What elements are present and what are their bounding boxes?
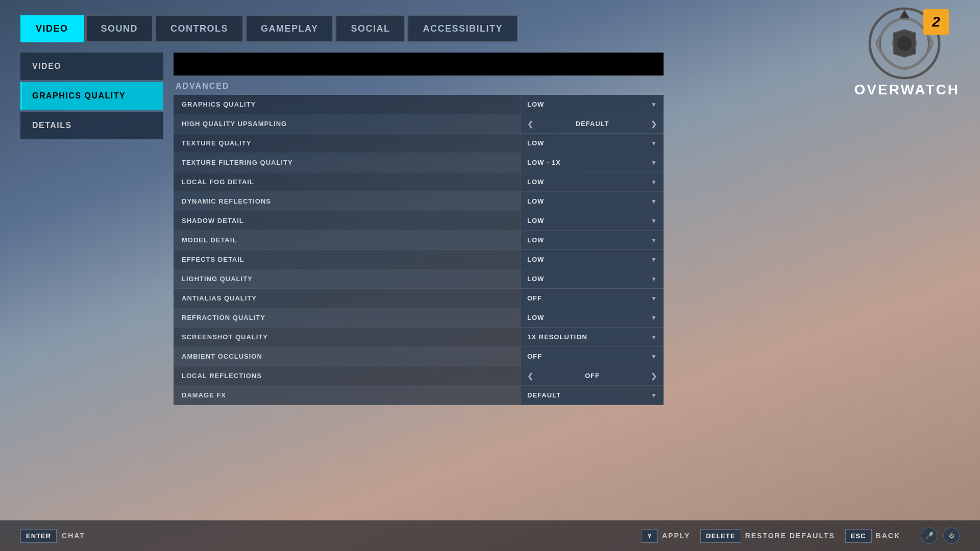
enter-key-badge: ENTER — [20, 529, 57, 543]
table-row: ANTIALIAS QUALITY OFF ▼ — [174, 289, 664, 308]
setting-label-shadow-detail: SHADOW DETAIL — [174, 217, 521, 224]
setting-label-lighting-quality: LIGHTING QUALITY — [174, 275, 521, 283]
settings-icon[interactable]: ⚙ — [943, 528, 960, 544]
apply-action: Y APPLY — [642, 529, 690, 543]
setting-value-lighting-quality[interactable]: LOW ▼ — [521, 269, 664, 288]
arrow-right-icon[interactable]: ❯ — [651, 120, 657, 128]
chevron-down-icon: ▼ — [651, 179, 657, 186]
setting-value-refraction[interactable]: LOW ▼ — [521, 308, 664, 327]
main-panel: ADVANCED GRAPHICS QUALITY LOW ▼ HIGH QUA… — [174, 53, 664, 405]
bottom-bar: ENTER CHAT Y APPLY DELETE RESTORE DEFAUL… — [0, 520, 980, 551]
version-badge: 2 — [923, 9, 949, 35]
chevron-down-icon: ▼ — [651, 392, 657, 399]
tab-social[interactable]: SOCIAL — [335, 15, 405, 42]
apply-key-badge: Y — [642, 529, 658, 543]
arrow-left-icon[interactable]: ❮ — [527, 120, 534, 128]
apply-label[interactable]: APPLY — [662, 532, 690, 540]
setting-value-hq-upsampling[interactable]: ❮ DEFAULT ❯ — [521, 114, 664, 133]
content-area: VIDEO GRAPHICS QUALITY DETAILS ADVANCED … — [0, 53, 980, 405]
sidebar-item-video[interactable]: VIDEO — [20, 53, 163, 80]
setting-value-damage-fx[interactable]: DEFAULT ▼ — [521, 386, 664, 405]
settings-table: GRAPHICS QUALITY LOW ▼ HIGH QUALITY UPSA… — [174, 95, 664, 405]
top-nav: VIDEO SOUND CONTROLS GAMEPLAY SOCIAL ACC… — [0, 0, 980, 42]
setting-label-graphics-quality: GRAPHICS QUALITY — [174, 101, 521, 108]
back-action: ESC BACK — [845, 529, 900, 543]
chevron-down-icon: ▼ — [651, 140, 657, 147]
table-row: SCREENSHOT QUALITY 1X RESOLUTION ▼ — [174, 328, 664, 347]
table-row: REFRACTION QUALITY LOW ▼ — [174, 308, 664, 328]
back-label[interactable]: BACK — [876, 532, 900, 540]
setting-value-local-fog[interactable]: LOW ▼ — [521, 172, 664, 191]
chevron-down-icon: ▼ — [651, 314, 657, 321]
setting-label-hq-upsampling: HIGH QUALITY UPSAMPLING — [174, 120, 521, 128]
setting-value-antialias[interactable]: OFF ▼ — [521, 289, 664, 308]
tab-controls[interactable]: CONTROLS — [155, 15, 243, 42]
setting-label-damage-fx: DAMAGE FX — [174, 391, 521, 399]
logo-area: 2 OVERWATCH — [854, 5, 960, 98]
setting-label-antialias: ANTIALIAS QUALITY — [174, 294, 521, 302]
table-row: LIGHTING QUALITY LOW ▼ — [174, 269, 664, 289]
chevron-down-icon: ▼ — [651, 217, 657, 224]
setting-value-effects-detail[interactable]: LOW ▼ — [521, 250, 664, 269]
setting-label-texture-quality: TEXTURE QUALITY — [174, 139, 521, 147]
sidebar-item-details[interactable]: DETAILS — [20, 112, 163, 139]
table-row: LOCAL REFLECTIONS ❮ OFF ❯ — [174, 366, 664, 386]
chevron-down-icon: ▼ — [651, 101, 657, 108]
table-row: DYNAMIC REFLECTIONS LOW ▼ — [174, 192, 664, 211]
table-row: SHADOW DETAIL LOW ▼ — [174, 211, 664, 231]
setting-label-local-fog: LOCAL FOG DETAIL — [174, 178, 521, 186]
setting-label-ambient-occlusion: AMBIENT OCCLUSION — [174, 353, 521, 360]
setting-value-graphics-quality[interactable]: LOW ▼ — [521, 95, 664, 114]
tab-gameplay[interactable]: GAMEPLAY — [246, 15, 333, 42]
setting-value-screenshot[interactable]: 1X RESOLUTION ▼ — [521, 328, 664, 346]
arrow-right-icon[interactable]: ❯ — [651, 372, 657, 380]
sidebar: VIDEO GRAPHICS QUALITY DETAILS — [20, 53, 163, 405]
table-row: LOCAL FOG DETAIL LOW ▼ — [174, 172, 664, 192]
setting-value-shadow-detail[interactable]: LOW ▼ — [521, 211, 664, 230]
table-row: EFFECTS DETAIL LOW ▼ — [174, 250, 664, 269]
table-row: HIGH QUALITY UPSAMPLING ❮ DEFAULT ❯ — [174, 114, 664, 134]
table-row: TEXTURE FILTERING QUALITY LOW - 1X ▼ — [174, 153, 664, 172]
arrow-left-icon[interactable]: ❮ — [527, 372, 534, 380]
tab-sound[interactable]: SOUND — [86, 15, 154, 42]
setting-value-texture-quality[interactable]: LOW ▼ — [521, 134, 664, 153]
tab-video[interactable]: VIDEO — [20, 15, 84, 42]
table-row: DAMAGE FX DEFAULT ▼ — [174, 386, 664, 405]
setting-value-local-reflections[interactable]: ❮ OFF ❯ — [521, 366, 664, 385]
main-container: 2 OVERWATCH VIDEO SOUND CONTROLS GAMEPLA… — [0, 0, 980, 551]
chevron-down-icon: ▼ — [651, 276, 657, 283]
setting-label-effects-detail: EFFECTS DETAIL — [174, 256, 521, 263]
chevron-down-icon: ▼ — [651, 159, 657, 166]
table-row: AMBIENT OCCLUSION OFF ▼ — [174, 347, 664, 366]
chevron-down-icon: ▼ — [651, 295, 657, 302]
setting-label-local-reflections: LOCAL REFLECTIONS — [174, 372, 521, 380]
table-row: GRAPHICS QUALITY LOW ▼ — [174, 95, 664, 114]
microphone-icon[interactable]: 🎤 — [921, 528, 937, 544]
chevron-down-icon: ▼ — [651, 237, 657, 244]
restore-label[interactable]: RESTORE DEFAULTS — [745, 532, 835, 540]
preview-bar — [174, 53, 664, 76]
setting-value-model-detail[interactable]: LOW ▼ — [521, 231, 664, 249]
setting-value-ambient-occlusion[interactable]: OFF ▼ — [521, 347, 664, 366]
bottom-right: Y APPLY DELETE RESTORE DEFAULTS ESC BACK… — [642, 528, 960, 544]
sidebar-item-graphics-quality[interactable]: GRAPHICS QUALITY — [20, 82, 163, 110]
setting-label-dynamic-reflections: DYNAMIC REFLECTIONS — [174, 197, 521, 205]
chevron-down-icon: ▼ — [651, 256, 657, 263]
table-row: TEXTURE QUALITY LOW ▼ — [174, 134, 664, 153]
bottom-left: ENTER CHAT — [20, 529, 85, 543]
overwatch-logo: 2 — [861, 5, 953, 87]
setting-value-texture-filtering[interactable]: LOW - 1X ▼ — [521, 153, 664, 172]
restore-action: DELETE RESTORE DEFAULTS — [700, 529, 835, 543]
bottom-icons: 🎤 ⚙ — [921, 528, 960, 544]
chevron-down-icon: ▼ — [651, 198, 657, 205]
chevron-down-icon: ▼ — [651, 353, 657, 360]
delete-key-badge: DELETE — [700, 529, 741, 543]
setting-label-refraction: REFRACTION QUALITY — [174, 314, 521, 321]
table-row: MODEL DETAIL LOW ▼ — [174, 231, 664, 250]
chevron-down-icon: ▼ — [651, 334, 657, 341]
chat-label: CHAT — [62, 532, 85, 540]
tab-accessibility[interactable]: ACCESSIBILITY — [407, 15, 518, 42]
setting-value-dynamic-reflections[interactable]: LOW ▼ — [521, 192, 664, 211]
section-title: ADVANCED — [174, 82, 664, 91]
setting-label-model-detail: MODEL DETAIL — [174, 236, 521, 244]
